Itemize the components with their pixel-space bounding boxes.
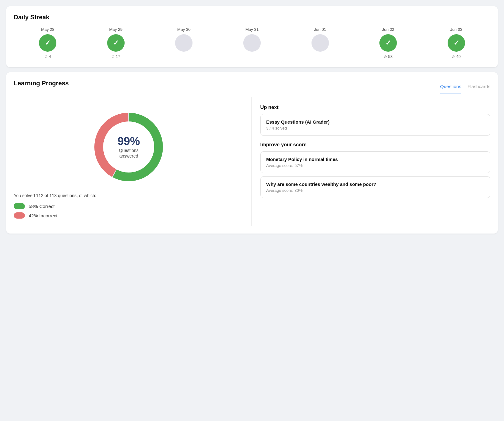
- item-card-sub: Average score: 57%: [266, 163, 485, 168]
- streak-day-label: Jun 01: [314, 27, 326, 32]
- score-value: 17: [116, 54, 120, 59]
- item-card-title: Essay Questions (AI Grader): [266, 119, 485, 125]
- daily-streak-card: Daily Streak May 28✓⊙ 4May 29✓⊙ 17May 30…: [6, 6, 498, 67]
- streak-circle[interactable]: [311, 34, 329, 52]
- daily-streak-title: Daily Streak: [14, 14, 490, 21]
- streak-circle[interactable]: [175, 34, 193, 52]
- streak-score: ⊙ 58: [384, 54, 392, 59]
- streak-day-1: May 29✓⊙ 17: [107, 27, 125, 59]
- streak-circle[interactable]: ✓: [39, 34, 56, 52]
- legend-label-correct: 58% Correct: [29, 204, 55, 209]
- score-icon: ⊙: [452, 54, 455, 59]
- up-next-items: Essay Questions (AI Grader)3 / 4 solved: [260, 114, 491, 136]
- improve-score-title: Improve your score: [260, 142, 491, 148]
- up-next-item-0[interactable]: Essay Questions (AI Grader)3 / 4 solved: [260, 114, 491, 136]
- streak-circle[interactable]: ✓: [379, 34, 397, 52]
- streak-day-label: May 30: [177, 27, 191, 32]
- donut-percent: 99%: [117, 135, 140, 148]
- streak-day-0: May 28✓⊙ 4: [39, 27, 56, 59]
- item-card-sub: 3 / 4 solved: [266, 126, 485, 130]
- checkmark-icon: ✓: [45, 39, 50, 47]
- streak-day-5: Jun 02✓⊙ 58: [379, 27, 397, 59]
- left-panel: 99% Questionsanswered You solved 112 of …: [14, 97, 252, 226]
- streak-circle[interactable]: ✓: [107, 34, 125, 52]
- legend-label-incorrect: 42% Incorrect: [29, 213, 58, 218]
- item-card-title: Monetary Policy in normal times: [266, 157, 485, 162]
- score-value: 4: [49, 54, 51, 59]
- score-value: 49: [456, 54, 460, 59]
- improve-items: Monetary Policy in normal timesAverage s…: [260, 151, 491, 198]
- streak-day-label: Jun 03: [450, 27, 462, 32]
- checkmark-icon: ✓: [113, 39, 119, 47]
- streak-circle[interactable]: ✓: [448, 34, 465, 52]
- streak-circle[interactable]: [243, 34, 261, 52]
- tabs-container: QuestionsFlashcards: [440, 84, 490, 89]
- score-icon: ⊙: [112, 54, 115, 59]
- streak-score: ⊙ 4: [45, 54, 51, 59]
- checkmark-icon: ✓: [385, 39, 391, 47]
- learning-progress-header: Learning Progress QuestionsFlashcards: [14, 80, 490, 97]
- streak-day-3: May 31: [243, 27, 261, 60]
- streak-score: ⊙ 49: [452, 54, 460, 59]
- streak-score: ⊙ 17: [112, 54, 120, 59]
- right-panel: Up next Essay Questions (AI Grader)3 / 4…: [252, 97, 491, 226]
- streak-day-2: May 30: [175, 27, 193, 60]
- streak-days-container: May 28✓⊙ 4May 29✓⊙ 17May 30May 31Jun 01J…: [14, 27, 490, 60]
- checkmark-icon: ✓: [454, 39, 459, 47]
- item-card-sub: Average score: 80%: [266, 188, 485, 193]
- streak-day-label: May 29: [109, 27, 123, 32]
- streak-day-6: Jun 03✓⊙ 49: [448, 27, 465, 59]
- tab-flashcards[interactable]: Flashcards: [468, 84, 490, 93]
- improve-item-1[interactable]: Why are some countries wealthy and some …: [260, 176, 491, 198]
- learning-progress-title: Learning Progress: [14, 80, 69, 87]
- score-icon: ⊙: [45, 54, 48, 59]
- donut-chart: 99% Questionsanswered: [91, 110, 166, 184]
- legend-item-incorrect: 42% Incorrect: [14, 212, 244, 219]
- learning-body: 99% Questionsanswered You solved 112 of …: [14, 97, 490, 226]
- streak-day-label: Jun 02: [382, 27, 394, 32]
- item-card-title: Why are some countries wealthy and some …: [266, 182, 485, 187]
- score-icon: ⊙: [384, 54, 387, 59]
- donut-label: Questionsanswered: [117, 148, 140, 159]
- legend-item-correct: 58% Correct: [14, 203, 244, 209]
- stats-text: You solved 112 of 113 questions, of whic…: [14, 193, 244, 198]
- legend-dot-correct: [14, 203, 25, 209]
- streak-day-label: May 28: [41, 27, 55, 32]
- score-value: 58: [388, 54, 392, 59]
- legend-dot-incorrect: [14, 212, 25, 219]
- donut-container: 99% Questionsanswered: [14, 110, 244, 184]
- streak-day-4: Jun 01: [311, 27, 329, 60]
- streak-day-label: May 31: [245, 27, 259, 32]
- improve-item-0[interactable]: Monetary Policy in normal timesAverage s…: [260, 151, 491, 173]
- up-next-title: Up next: [260, 105, 491, 110]
- legend: 58% Correct42% Incorrect: [14, 203, 244, 219]
- tab-questions[interactable]: Questions: [440, 84, 461, 93]
- learning-progress-card: Learning Progress QuestionsFlashcards 99…: [6, 72, 498, 234]
- donut-center: 99% Questionsanswered: [117, 135, 140, 159]
